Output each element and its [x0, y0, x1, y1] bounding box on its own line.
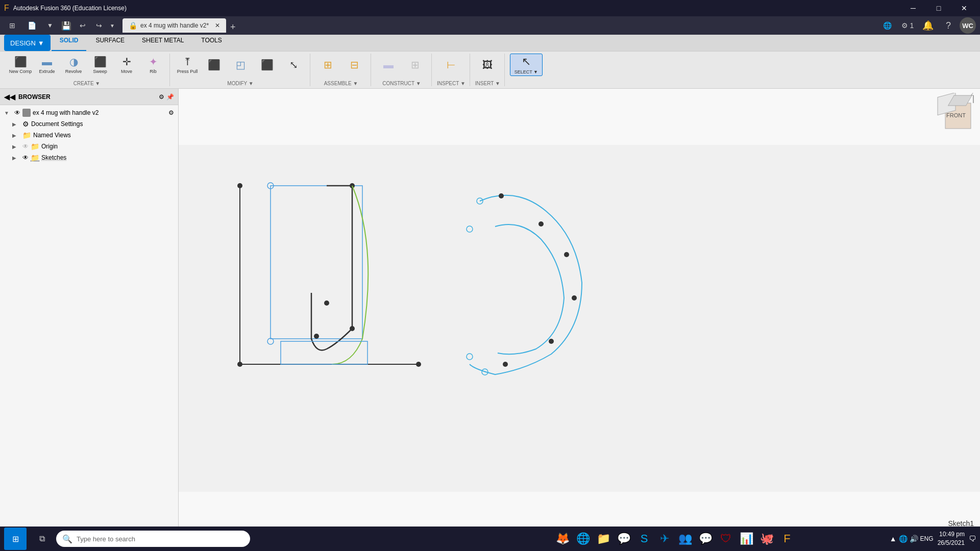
- tree-item-origin[interactable]: ▶ 👁 📁 Origin: [0, 141, 178, 152]
- notification-center-button[interactable]: 🗨: [969, 535, 976, 543]
- redo-dropdown[interactable]: ▼: [108, 18, 116, 33]
- svg-point-7: [314, 334, 319, 339]
- taskbar-fusion-icon[interactable]: F: [777, 529, 797, 548]
- root-settings-icon[interactable]: ⚙: [168, 109, 174, 116]
- undo-button[interactable]: ↩: [76, 18, 90, 33]
- clock[interactable]: 10:49 pm 26/5/2021: [938, 530, 965, 547]
- lang-indicator[interactable]: ENG: [920, 535, 934, 542]
- network-icon[interactable]: 🌐: [899, 535, 908, 543]
- tree-item-named-views[interactable]: ▶ 📁 Named Views: [0, 130, 178, 141]
- new-tab-button[interactable]: +: [226, 22, 240, 33]
- save-button[interactable]: 💾: [59, 18, 74, 33]
- rib-button[interactable]: ✦ Rib: [141, 54, 165, 76]
- tree-item-root[interactable]: ▼ 👁 ex 4 mug with handle v2 ⚙: [0, 107, 178, 118]
- search-bar[interactable]: 🔍 Type here to search: [56, 531, 250, 547]
- sketches-arrow: ▶: [12, 155, 20, 161]
- minimize-button[interactable]: ─: [901, 0, 925, 16]
- taskbar-chrome-icon[interactable]: 🌐: [573, 529, 593, 548]
- fillet-button[interactable]: ⬛: [202, 54, 226, 76]
- system-tray: ▲ 🌐 🔊 ENG: [890, 535, 934, 543]
- new-file-button[interactable]: 📄: [22, 18, 41, 33]
- svg-point-11: [237, 183, 242, 188]
- taskbar-github-icon[interactable]: 🐙: [757, 529, 776, 548]
- start-button[interactable]: ⊞: [4, 528, 27, 550]
- insert-group-items: 🖼: [475, 54, 500, 76]
- insert-mesh-button[interactable]: 🖼: [475, 54, 500, 76]
- taskbar-teams-icon[interactable]: 👥: [675, 529, 695, 548]
- taskbar-malware-icon[interactable]: 🛡: [716, 529, 736, 548]
- maximize-button[interactable]: □: [927, 0, 950, 16]
- viewcube[interactable]: FRONT Z: [935, 93, 976, 134]
- tab-bar: ⊞ 📄 ▼ 💾 ↩ ↪ ▼ 🔒 ex 4 mug with handle v2*…: [0, 16, 980, 35]
- taskbar-center: ⧉ 🔍 Type here to search: [31, 528, 460, 550]
- tree-item-document-settings[interactable]: ▶ ⚙ Document Settings: [0, 118, 178, 130]
- taskbar-explorer-icon[interactable]: 📁: [594, 529, 613, 548]
- browser-pin-icon[interactable]: 📌: [166, 93, 174, 101]
- measure-button[interactable]: ⊢: [439, 54, 463, 76]
- sweep-button[interactable]: ⬛ Sweep: [88, 54, 112, 76]
- svg-point-5: [350, 326, 355, 331]
- scale-button[interactable]: ⤡: [281, 54, 306, 76]
- clock-date: 26/5/2021: [938, 539, 965, 547]
- new-component-button[interactable]: ⬛ New Comp: [8, 54, 33, 76]
- taskbar-firefox-icon[interactable]: 🦊: [553, 529, 572, 548]
- doc-settings-arrow: ▶: [12, 121, 20, 127]
- app-switcher-button[interactable]: ⊞: [4, 18, 20, 33]
- move-icon: ✛: [122, 56, 131, 68]
- redo-button[interactable]: ↪: [92, 18, 106, 33]
- ribbon-tab-sheet-metal[interactable]: SHEET METAL: [134, 35, 192, 51]
- visibility-icon[interactable]: 👁: [14, 109, 20, 116]
- move-button[interactable]: ✛ Move: [114, 54, 139, 76]
- svg-point-19: [549, 339, 554, 344]
- tab-icon: 🔒: [129, 21, 137, 30]
- canvas[interactable]: Sketch1 FRONT Z ⊕ ▼ 📷 ✋: [179, 89, 980, 548]
- job-status-icon[interactable]: ⚙ 1: [898, 16, 917, 35]
- select-button[interactable]: ↖ SELECT ▼: [510, 54, 543, 76]
- chamfer-button[interactable]: ◰: [228, 54, 253, 76]
- ribbon-tab-surface[interactable]: SURFACE: [87, 35, 133, 51]
- shell-button[interactable]: ⬛: [255, 54, 279, 76]
- ribbon-group-insert: 🖼 INSERT ▼: [471, 54, 505, 86]
- online-status-icon[interactable]: 🌐: [878, 16, 896, 35]
- tree-item-sketches[interactable]: ▶ 👁 📁 Sketches: [0, 152, 178, 163]
- taskbar-whatsapp-icon[interactable]: 💬: [614, 529, 633, 548]
- svg-point-13: [416, 362, 421, 367]
- tray-expand-icon[interactable]: ▲: [890, 535, 897, 543]
- taskbar-skype-icon[interactable]: S: [634, 529, 654, 548]
- taskbar-excel-icon[interactable]: 📊: [737, 529, 756, 548]
- open-file-button[interactable]: ▼: [43, 18, 57, 33]
- browser-panel: ◀◀ BROWSER ⚙ 📌 ▼ 👁 ex 4 mug with handle …: [0, 89, 179, 548]
- browser-collapse-icon[interactable]: ◀◀: [4, 93, 15, 101]
- ribbon-tab-tools[interactable]: TOOLS: [193, 35, 230, 51]
- active-tab[interactable]: 🔒 ex 4 mug with handle v2* ✕: [122, 18, 226, 33]
- search-icon: 🔍: [62, 534, 72, 544]
- offset-plane-button[interactable]: ▬: [376, 54, 401, 76]
- sketches-visibility-icon[interactable]: 👁: [22, 154, 29, 161]
- design-mode-button[interactable]: DESIGN ▼: [4, 35, 51, 51]
- extrude-button[interactable]: ▬ Extrude: [35, 54, 59, 76]
- joint-button[interactable]: ⊞: [315, 54, 340, 76]
- press-pull-icon: ⤒: [183, 56, 192, 68]
- svg-rect-0: [179, 145, 980, 492]
- origin-visibility-icon[interactable]: 👁: [22, 143, 29, 150]
- browser-settings-icon[interactable]: ⚙: [159, 93, 164, 101]
- close-button[interactable]: ✕: [952, 0, 976, 16]
- midplane-button[interactable]: ⊞: [403, 54, 427, 76]
- help-icon[interactable]: ?: [939, 16, 958, 35]
- tab-close-icon[interactable]: ✕: [215, 22, 220, 29]
- speaker-icon[interactable]: 🔊: [910, 535, 918, 543]
- doc-settings-icon: ⚙: [22, 120, 29, 128]
- taskbar-discord-icon[interactable]: 💬: [696, 529, 715, 548]
- tab-title: ex 4 mug with handle v2*: [140, 22, 209, 29]
- shell-icon: ⬛: [261, 59, 274, 71]
- press-pull-button[interactable]: ⤒ Press Pull: [175, 54, 200, 76]
- revolve-button[interactable]: ◑ Revolve: [61, 54, 86, 76]
- taskbar-telegram-icon[interactable]: ✈: [655, 529, 674, 548]
- svg-point-17: [564, 252, 569, 257]
- user-avatar[interactable]: WC: [960, 17, 976, 34]
- ribbon-group-select: ↖ SELECT ▼: [506, 54, 547, 86]
- taskview-button[interactable]: ⧉: [31, 528, 53, 550]
- ribbon-tab-solid[interactable]: SOLID: [52, 35, 87, 51]
- as-built-joint-button[interactable]: ⊟: [342, 54, 366, 76]
- notification-icon[interactable]: 🔔: [919, 16, 937, 35]
